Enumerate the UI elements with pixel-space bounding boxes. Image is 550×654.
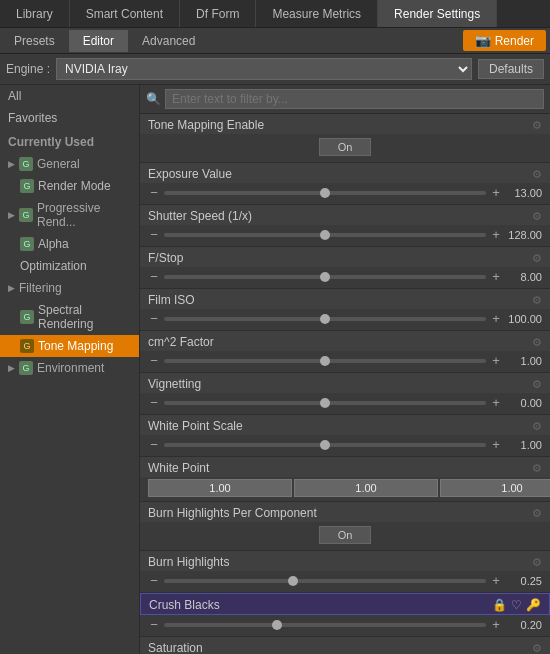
crush-blacks-icons: 🔒 ♡ 🔑 bbox=[492, 598, 541, 612]
gear-exposure[interactable]: ⚙ bbox=[532, 168, 542, 181]
setting-burn-highlights: Burn Highlights ⚙ − + 0.25 bbox=[140, 551, 550, 593]
expand-env-icon: ▶ bbox=[8, 363, 15, 373]
sidebar-item-render-mode[interactable]: G Render Mode bbox=[0, 175, 139, 197]
wp-scale-plus[interactable]: + bbox=[490, 437, 502, 452]
tab-render-settings[interactable]: Render Settings bbox=[378, 0, 497, 27]
engine-label: Engine : bbox=[6, 62, 50, 76]
exposure-slider[interactable] bbox=[164, 191, 486, 195]
sidebar: All Favorites Currently Used ▶ G General… bbox=[0, 85, 140, 654]
gear-wp[interactable]: ⚙ bbox=[532, 462, 542, 475]
fstop-plus[interactable]: + bbox=[490, 269, 502, 284]
settings-list: Tone Mapping Enable ⚙ On Exposure Value … bbox=[140, 114, 550, 654]
environment-icon: G bbox=[19, 361, 33, 375]
gear-film-iso[interactable]: ⚙ bbox=[532, 294, 542, 307]
fstop-slider[interactable] bbox=[164, 275, 486, 279]
sidebar-item-general[interactable]: ▶ G General bbox=[0, 153, 139, 175]
burn-plus[interactable]: + bbox=[490, 573, 502, 588]
sidebar-item-currently-used: Currently Used bbox=[0, 129, 139, 153]
iso-slider[interactable] bbox=[164, 317, 486, 321]
key-icon[interactable]: 🔑 bbox=[526, 598, 541, 612]
sidebar-item-favorites[interactable]: Favorites bbox=[0, 107, 139, 129]
tab-df-form[interactable]: Df Form bbox=[180, 0, 256, 27]
tone-mapping-icon: G bbox=[20, 339, 34, 353]
setting-tone-mapping-enable: Tone Mapping Enable ⚙ On bbox=[140, 114, 550, 163]
gear-vignetting[interactable]: ⚙ bbox=[532, 378, 542, 391]
shutter-minus[interactable]: − bbox=[148, 227, 160, 242]
setting-saturation: Saturation ⚙ − + 1.00 bbox=[140, 637, 550, 654]
gear-wp-scale[interactable]: ⚙ bbox=[532, 420, 542, 433]
burn-minus[interactable]: − bbox=[148, 573, 160, 588]
white-point-b[interactable] bbox=[440, 479, 550, 497]
sidebar-item-spectral-rendering[interactable]: G Spectral Rendering bbox=[0, 299, 139, 335]
main-layout: All Favorites Currently Used ▶ G General… bbox=[0, 85, 550, 654]
search-input[interactable] bbox=[165, 89, 544, 109]
cm2-plus[interactable]: + bbox=[490, 353, 502, 368]
shutter-plus[interactable]: + bbox=[490, 227, 502, 242]
sub-tab-advanced[interactable]: Advanced bbox=[128, 30, 209, 52]
vignetting-plus[interactable]: + bbox=[490, 395, 502, 410]
gear-burn-per[interactable]: ⚙ bbox=[532, 507, 542, 520]
gear-saturation[interactable]: ⚙ bbox=[532, 642, 542, 655]
cm2-slider[interactable] bbox=[164, 359, 486, 363]
engine-row: Engine : NVIDIA Iray Defaults bbox=[0, 54, 550, 85]
gear-cm2[interactable]: ⚙ bbox=[532, 336, 542, 349]
setting-white-point-scale: White Point Scale ⚙ − + 1.00 bbox=[140, 415, 550, 457]
tab-measure-metrics[interactable]: Measure Metrics bbox=[256, 0, 378, 27]
sub-tab-editor[interactable]: Editor bbox=[69, 30, 128, 52]
sidebar-item-environment[interactable]: ▶ G Environment bbox=[0, 357, 139, 379]
crush-plus[interactable]: + bbox=[490, 617, 502, 632]
expand-filtering-icon: ▶ bbox=[8, 283, 15, 293]
sub-tab-presets[interactable]: Presets bbox=[0, 30, 69, 52]
sidebar-item-filtering[interactable]: ▶ Filtering bbox=[0, 277, 139, 299]
sidebar-item-optimization[interactable]: Optimization bbox=[0, 255, 139, 277]
setting-crush-blacks: Crush Blacks 🔒 ♡ 🔑 − + 0.20 bbox=[140, 593, 550, 637]
gear-tone-enable[interactable]: ⚙ bbox=[532, 119, 542, 132]
burn-per-toggle[interactable]: On bbox=[319, 526, 372, 544]
crush-slider[interactable] bbox=[164, 623, 486, 627]
setting-film-iso: Film ISO ⚙ − + 100.00 bbox=[140, 289, 550, 331]
exposure-minus[interactable]: − bbox=[148, 185, 160, 200]
crush-minus[interactable]: − bbox=[148, 617, 160, 632]
general-icon: G bbox=[19, 157, 33, 171]
lock-icon[interactable]: 🔒 bbox=[492, 598, 507, 612]
gear-shutter[interactable]: ⚙ bbox=[532, 210, 542, 223]
expand-general-icon: ▶ bbox=[8, 159, 15, 169]
sidebar-item-alpha[interactable]: G Alpha bbox=[0, 233, 139, 255]
iso-minus[interactable]: − bbox=[148, 311, 160, 326]
prog-rend-icon: G bbox=[19, 208, 33, 222]
sidebar-item-tone-mapping[interactable]: G Tone Mapping bbox=[0, 335, 139, 357]
tone-enable-toggle[interactable]: On bbox=[319, 138, 372, 156]
top-tabs-bar: Library Smart Content Df Form Measure Me… bbox=[0, 0, 550, 28]
setting-exposure-value: Exposure Value ⚙ − + 13.00 bbox=[140, 163, 550, 205]
setting-vignetting: Vignetting ⚙ − + 0.00 bbox=[140, 373, 550, 415]
render-button[interactable]: 📷 Render bbox=[463, 30, 546, 51]
sidebar-item-progressive-rend[interactable]: ▶ G Progressive Rend... bbox=[0, 197, 139, 233]
setting-cm2-factor: cm^2 Factor ⚙ − + 1.00 bbox=[140, 331, 550, 373]
cm2-minus[interactable]: − bbox=[148, 353, 160, 368]
white-point-g[interactable] bbox=[294, 479, 438, 497]
tab-smart-content[interactable]: Smart Content bbox=[70, 0, 180, 27]
burn-slider[interactable] bbox=[164, 579, 486, 583]
render-mode-icon: G bbox=[20, 179, 34, 193]
gear-burn-highlights[interactable]: ⚙ bbox=[532, 556, 542, 569]
vignetting-minus[interactable]: − bbox=[148, 395, 160, 410]
fstop-minus[interactable]: − bbox=[148, 269, 160, 284]
wp-scale-slider[interactable] bbox=[164, 443, 486, 447]
camera-icon: 📷 bbox=[475, 33, 491, 48]
engine-select[interactable]: NVIDIA Iray bbox=[56, 58, 472, 80]
gear-fstop[interactable]: ⚙ bbox=[532, 252, 542, 265]
tab-library[interactable]: Library bbox=[0, 0, 70, 27]
wp-scale-minus[interactable]: − bbox=[148, 437, 160, 452]
iso-plus[interactable]: + bbox=[490, 311, 502, 326]
white-point-r[interactable] bbox=[148, 479, 292, 497]
content-area: 🔍 Tone Mapping Enable ⚙ On Exposure Valu… bbox=[140, 85, 550, 654]
shutter-slider[interactable] bbox=[164, 233, 486, 237]
setting-fstop: F/Stop ⚙ − + 8.00 bbox=[140, 247, 550, 289]
defaults-button[interactable]: Defaults bbox=[478, 59, 544, 79]
search-bar: 🔍 bbox=[140, 85, 550, 114]
sidebar-item-all[interactable]: All bbox=[0, 85, 139, 107]
vignetting-slider[interactable] bbox=[164, 401, 486, 405]
sub-tabs-row: Presets Editor Advanced 📷 Render bbox=[0, 28, 550, 54]
exposure-plus[interactable]: + bbox=[490, 185, 502, 200]
heart-icon[interactable]: ♡ bbox=[511, 598, 522, 612]
